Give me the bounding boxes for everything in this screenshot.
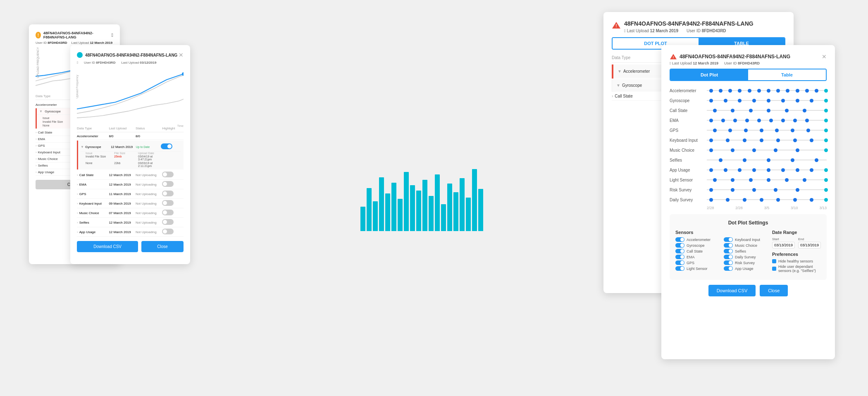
teal-bar bbox=[416, 191, 421, 231]
call-row-card2[interactable]: ›Call State 12 March 2019 Not Uploading bbox=[77, 170, 184, 180]
dot bbox=[709, 119, 713, 122]
keyboard-row-card2[interactable]: ›Keyboard Input 09 March 2019 Not Upload… bbox=[77, 199, 184, 208]
selfies-toggle[interactable] bbox=[162, 219, 174, 225]
dot bbox=[709, 89, 713, 93]
sensor-daily-toggle[interactable] bbox=[724, 255, 733, 259]
download-csv-button[interactable]: Download CSV bbox=[77, 241, 138, 252]
dot bbox=[749, 109, 753, 112]
sensor-risk-toggle[interactable] bbox=[724, 260, 733, 265]
ema-toggle[interactable] bbox=[162, 181, 174, 187]
sensor-selfies-toggle[interactable] bbox=[724, 249, 733, 253]
dot bbox=[781, 99, 785, 103]
call-toggle[interactable] bbox=[162, 172, 174, 177]
gyro-toggle[interactable] bbox=[161, 143, 172, 149]
settings-title: Dot Plot Settings bbox=[675, 220, 821, 226]
sensor-gyro-toggle[interactable] bbox=[675, 243, 684, 248]
table-header-card2: Data Type Last Upload Status Highlight bbox=[77, 126, 184, 132]
dot-row-ema: EMA bbox=[670, 117, 827, 124]
sensor-keyboard-toggle[interactable] bbox=[724, 237, 733, 242]
appusage-row-card2[interactable]: ›App Usage 12 March 2019 Not Uploading bbox=[77, 227, 184, 237]
sensor-accel-toggle[interactable] bbox=[675, 237, 684, 242]
music-toggle[interactable] bbox=[162, 210, 174, 215]
sensors-col-title: Sensors bbox=[675, 230, 720, 235]
gyro-row-card2[interactable]: ▼Gyroscope 12 March 2019 Up to Date bbox=[81, 142, 181, 152]
sensor-call-toggle[interactable] bbox=[675, 249, 684, 253]
dot bbox=[760, 129, 763, 132]
date-prefs-col: Date Range Start 03/13/2019 End 03/13/20… bbox=[772, 230, 821, 274]
dot bbox=[767, 178, 770, 182]
dot bbox=[745, 119, 749, 122]
pref-healthy-checkbox[interactable] bbox=[772, 259, 776, 263]
dot-highlight bbox=[824, 129, 828, 132]
appusage-toggle[interactable] bbox=[162, 229, 174, 234]
teal-bar bbox=[466, 198, 471, 231]
sensor-light-toggle[interactable] bbox=[675, 266, 684, 271]
teal-bar bbox=[472, 169, 477, 231]
teal-bar bbox=[404, 172, 409, 231]
close-x-button[interactable]: ✕ bbox=[179, 52, 184, 58]
svg-text:!: ! bbox=[673, 55, 674, 59]
right-close-button[interactable]: Close bbox=[760, 285, 788, 296]
teal-bar bbox=[478, 189, 483, 231]
right-download-csv[interactable]: Download CSV bbox=[708, 285, 756, 296]
pref-healthy: Hide healthy sensors bbox=[772, 259, 821, 263]
sensor-ema: EMA bbox=[675, 255, 720, 259]
gps-toggle[interactable] bbox=[162, 191, 174, 196]
sensor-music-toggle[interactable] bbox=[724, 243, 733, 248]
dot-row-light: Light Sensor bbox=[670, 176, 827, 184]
settings-grid: Sensors Accelerometer Gyroscope Call Sta… bbox=[675, 230, 821, 274]
dot-row-appusage: App Usage bbox=[670, 166, 827, 174]
sensor-app-toggle[interactable] bbox=[724, 266, 733, 271]
dot bbox=[793, 119, 797, 122]
dot bbox=[752, 188, 756, 192]
chart-y-label: Upload Frequency bbox=[76, 75, 79, 98]
right-card-2-front: ! 48FN4OAFNOS-84NFA94N2-F884NAFNS-LANG … bbox=[661, 45, 835, 359]
dot bbox=[733, 119, 737, 122]
right-card2-close-x[interactable]: ✕ bbox=[822, 53, 827, 60]
tab-table-rc2[interactable]: Table bbox=[748, 69, 826, 80]
teal-bar bbox=[453, 192, 458, 231]
tab-dot-plot-rc2[interactable]: Dot Plot bbox=[670, 69, 748, 80]
right-card2-title-row: ! 48FN4OAFNOS-84NFA94N2-F884NAFNS-LANG bbox=[670, 53, 790, 60]
dot-plot-container: Accelerometer bbox=[670, 87, 827, 210]
teal-bar bbox=[398, 199, 403, 231]
end-date-input[interactable]: 03/13/2019 bbox=[798, 242, 821, 248]
teal-bar bbox=[385, 193, 390, 231]
pref-dependant-checkbox[interactable] bbox=[772, 267, 776, 271]
start-date-input[interactable]: 03/13/2019 bbox=[772, 242, 795, 248]
sensor-risk2: Risk Survey bbox=[724, 260, 768, 265]
dot bbox=[810, 99, 813, 103]
dot bbox=[806, 129, 810, 132]
music-row-card2[interactable]: ›Music Choice 07 March 2019 Not Uploadin… bbox=[77, 208, 184, 218]
teal-status-dot bbox=[77, 52, 83, 58]
keyboard-toggle[interactable] bbox=[162, 200, 174, 206]
dot bbox=[769, 119, 773, 122]
dot bbox=[709, 188, 713, 192]
ema-row-card2[interactable]: ›EMA 12 March 2019 Not Uploading bbox=[77, 180, 184, 189]
gps-row-card2[interactable]: ›GPS 11 March 2019 Not Uploading bbox=[77, 189, 184, 199]
dot bbox=[774, 188, 777, 192]
middle-section bbox=[380, 165, 463, 231]
selfies-row-card2[interactable]: ›Selfies 12 March 2019 Not Uploading bbox=[77, 218, 184, 227]
dot bbox=[743, 158, 746, 162]
card-2-front: 48FN4OAFNOS-84NFA94N2-F884NAFNS-LANG ✕ … bbox=[70, 45, 190, 264]
card1-meta: User ID 8FDHD43RD Last Upload 12 March 2… bbox=[36, 41, 113, 45]
dot-highlight bbox=[824, 89, 828, 93]
dot bbox=[726, 138, 730, 142]
card2-device-id: 48FN4OAFNOS-84NFA94N2-F884NAFNS-LANG bbox=[85, 53, 177, 57]
dot-row-callstate: Call State bbox=[670, 107, 827, 114]
dot-row-keyboard: Keyboard Input bbox=[670, 136, 827, 144]
left-section: ! 48FN4OAFNOS-84NFA94N2-F884NAFNS-LANG … bbox=[17, 12, 240, 384]
medium-chart: Upload Frequency Time bbox=[77, 69, 184, 122]
sensor-gps-toggle[interactable] bbox=[675, 260, 684, 265]
sensor-ema-toggle[interactable] bbox=[675, 255, 684, 259]
right-card1-meta:  Last Upload 12 March 2019 User ID 8FDH… bbox=[624, 29, 754, 33]
card2-close-button[interactable]: Close bbox=[141, 241, 184, 252]
dot bbox=[743, 198, 746, 202]
dot bbox=[776, 198, 780, 202]
sensors-col: Sensors Accelerometer Gyroscope Call Sta… bbox=[675, 230, 720, 274]
dot bbox=[803, 109, 806, 112]
sensor-daily2: Daily Survey bbox=[724, 255, 768, 259]
accel-label: Accelerometer bbox=[36, 103, 74, 107]
dot bbox=[752, 99, 756, 103]
